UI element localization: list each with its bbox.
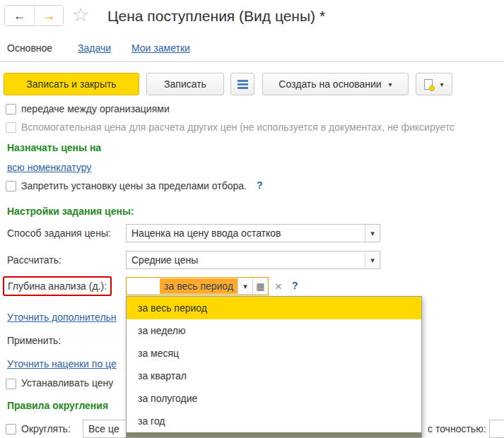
period-dropdown-list: за весь период за неделю за месяц за ква… — [126, 296, 422, 438]
analysis-depth-text[interactable]: за весь период — [127, 278, 238, 295]
tab-my-notes[interactable]: Мои заметки — [131, 42, 190, 54]
dropdown-item-whole-period[interactable]: за весь период — [127, 297, 421, 319]
tab-main[interactable]: Основное — [7, 42, 52, 54]
analysis-depth-value: за весь период — [160, 278, 238, 294]
chevron-down-icon[interactable]: ▾ — [238, 278, 252, 295]
favorite-star-icon[interactable]: ☆ — [72, 4, 89, 26]
dropdown-item-quarter[interactable]: за квартал — [127, 365, 421, 387]
transfer-checkbox-label: передаче между организациями — [21, 103, 170, 115]
link-refine-markup[interactable]: Уточнить наценки по це — [7, 358, 117, 370]
badge-icon — [429, 85, 435, 91]
save-button[interactable]: Записать — [146, 73, 224, 95]
chevron-down-icon[interactable]: ▾ — [365, 225, 380, 242]
clear-icon[interactable]: × — [275, 280, 282, 292]
back-arrow-icon: ← — [13, 8, 26, 23]
help-icon[interactable]: ? — [257, 179, 263, 191]
save-and-close-button[interactable]: Записать и закрыть — [4, 73, 139, 95]
auxiliary-price-label: Вспомогательная цена для расчета других … — [21, 122, 504, 134]
back-button[interactable]: ← — [5, 6, 34, 25]
forbid-price-label: Запретить установку цены за пределами от… — [21, 180, 247, 192]
analysis-depth-field[interactable]: за весь период ▾ ▦ — [126, 277, 269, 295]
analysis-depth-label: Глубина анализа (д.): — [8, 280, 107, 292]
heading-price-settings: Настройки задания цены: — [7, 206, 134, 218]
related-documents-button[interactable] — [230, 73, 254, 95]
calculate-label: Рассчитать: — [7, 254, 61, 266]
tab-bar — [0, 37, 504, 62]
round-checkbox[interactable] — [6, 424, 16, 434]
price-method-select[interactable]: Наценка на цену ввода остатков ▾ — [126, 224, 380, 242]
dropdown-item-month[interactable]: за месяц — [127, 342, 421, 365]
dropdown-item-week[interactable]: за неделю — [127, 319, 421, 342]
create-document-menu-button[interactable]: ▾ — [416, 73, 452, 95]
tab-tasks[interactable]: Задачи — [78, 42, 111, 54]
nav-arrows-group: ← → — [4, 5, 64, 26]
chevron-down-icon: ▾ — [389, 81, 392, 88]
dropdown-item-year[interactable]: за год — [127, 410, 421, 432]
create-on-basis-label: Создать на основании — [279, 78, 381, 90]
forward-button[interactable]: → — [34, 6, 63, 25]
document-icon — [424, 79, 433, 90]
precision-field[interactable] — [489, 420, 504, 438]
heading-assign-prices: Назначать цены на — [7, 142, 101, 154]
help-icon[interactable]: ? — [292, 280, 298, 292]
price-type-window: ← → ☆ Цена поступления (Вид цены) * Осно… — [0, 0, 504, 438]
forward-arrow-icon: → — [42, 8, 55, 23]
precision-label: с точностью: — [428, 423, 486, 435]
link-all-nomenclature[interactable]: всю номенклатуру — [7, 162, 91, 174]
dropdown-item-half-year[interactable]: за полугодие — [127, 387, 421, 410]
price-method-value: Наценка на цену ввода остатков — [127, 225, 365, 242]
forbid-price-checkbox[interactable] — [6, 181, 16, 191]
annotation-highlight: Глубина анализа (д.): — [3, 276, 112, 296]
link-refine-additional[interactable]: Уточнить дополнительн — [7, 312, 117, 324]
apply-label: Применить: — [7, 335, 61, 347]
set-price-checkbox[interactable] — [6, 379, 16, 389]
auxiliary-price-checkbox[interactable] — [6, 122, 16, 133]
report-icon — [238, 80, 248, 89]
price-method-label: Способ задания цены: — [7, 227, 111, 239]
transfer-checkbox[interactable] — [6, 104, 16, 114]
calculate-value: Средние цены — [127, 251, 365, 268]
create-on-basis-button[interactable]: Создать на основании ▾ — [262, 73, 409, 95]
round-label: Округлять: — [21, 423, 71, 435]
chevron-down-icon[interactable]: ▾ — [365, 251, 380, 268]
heading-rounding-rules: Правила округления — [7, 400, 108, 412]
chevron-down-icon: ▾ — [440, 81, 443, 88]
calculate-select[interactable]: Средние цены ▾ — [126, 251, 380, 269]
page-title: Цена поступления (Вид цены) * — [107, 8, 325, 25]
dropdown-bottom-edge — [127, 432, 421, 437]
calendar-icon[interactable]: ▦ — [252, 278, 268, 295]
set-price-label: Устанавливать цену — [21, 377, 113, 389]
